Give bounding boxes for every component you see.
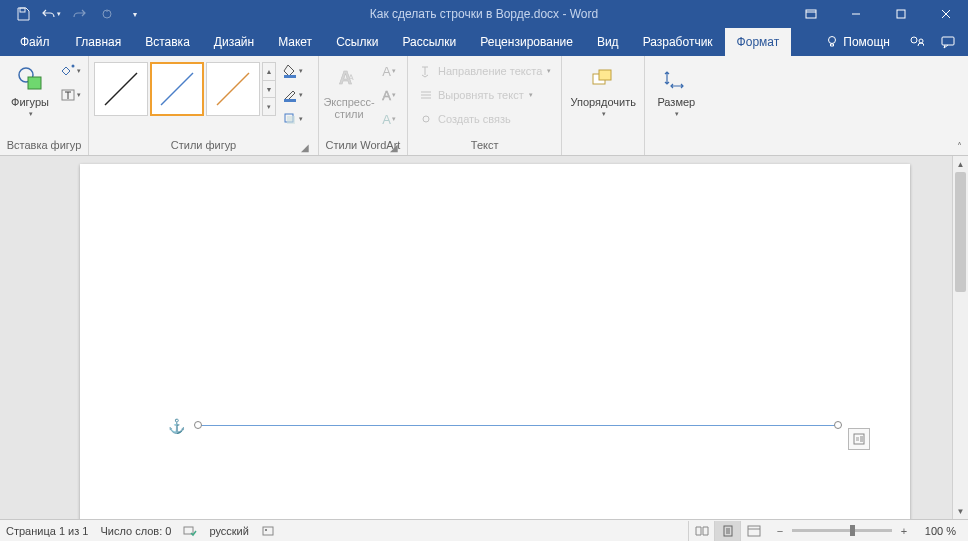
- shape-style-1[interactable]: [94, 62, 148, 116]
- svg-rect-2: [806, 10, 816, 18]
- align-text-icon: [418, 87, 434, 103]
- svg-rect-16: [284, 99, 296, 102]
- text-direction-icon: [418, 63, 434, 79]
- shape-style-3[interactable]: [206, 62, 260, 116]
- collapse-ribbon-button[interactable]: ˄: [957, 141, 962, 152]
- tab-mailings[interactable]: Рассылки: [390, 28, 468, 56]
- scroll-up[interactable]: ▲: [953, 156, 968, 172]
- share-button[interactable]: [902, 30, 930, 54]
- document-area[interactable]: ⚓: [0, 156, 952, 519]
- text-direction-label: Направление текста: [438, 65, 542, 77]
- workspace: ⚓ ▲ ▼: [0, 156, 968, 519]
- text-direction-button[interactable]: Направление текста▾: [414, 60, 555, 82]
- macro-status[interactable]: [261, 524, 275, 538]
- qat-customize[interactable]: ▾: [122, 2, 148, 26]
- zoom-level[interactable]: 100 %: [916, 525, 956, 537]
- layout-options-button[interactable]: [848, 428, 870, 450]
- zoom-thumb[interactable]: [850, 525, 855, 536]
- shape-effects-button[interactable]: ▾: [280, 108, 304, 130]
- vertical-scrollbar[interactable]: ▲ ▼: [952, 156, 968, 519]
- gallery-up[interactable]: ▲: [263, 63, 275, 81]
- start-over-button[interactable]: [94, 2, 120, 26]
- create-link-button[interactable]: Создать связь: [414, 108, 555, 130]
- svg-rect-15: [284, 75, 296, 78]
- scroll-down[interactable]: ▼: [953, 503, 968, 519]
- tab-review[interactable]: Рецензирование: [468, 28, 585, 56]
- shape-outline-button[interactable]: ▾: [280, 84, 304, 106]
- scroll-track[interactable]: [953, 172, 968, 503]
- ribbon-tabs: Файл Главная Вставка Дизайн Макет Ссылки…: [0, 28, 968, 56]
- tab-file[interactable]: Файл: [6, 28, 64, 56]
- zoom-slider[interactable]: [792, 529, 892, 532]
- tab-design[interactable]: Дизайн: [202, 28, 266, 56]
- undo-button[interactable]: ▾: [38, 2, 64, 26]
- zoom-out-button[interactable]: −: [772, 525, 788, 537]
- group-wordart-styles: Aᴀ Экспресс-стили A▾ A▾ A▾ Стили WordArt…: [319, 56, 408, 155]
- window-controls: [788, 0, 968, 28]
- tab-references[interactable]: Ссылки: [324, 28, 390, 56]
- ribbon: Фигуры ▾ ▾ ▾ Вставка фигур ▲ ▼ ▾: [0, 56, 968, 156]
- group-label-shape-styles: Стили фигур ◢: [93, 139, 314, 155]
- chevron-down-icon: ▾: [28, 110, 33, 118]
- gallery-down[interactable]: ▼: [263, 81, 275, 99]
- svg-rect-25: [263, 527, 273, 535]
- shapes-button[interactable]: Фигуры ▾: [4, 58, 56, 122]
- shape-style-2[interactable]: [150, 62, 204, 116]
- tab-insert[interactable]: Вставка: [133, 28, 202, 56]
- shape-fill-button[interactable]: ▾: [280, 60, 304, 82]
- align-text-label: Выровнять текст: [438, 89, 524, 101]
- text-effects-button[interactable]: A▾: [377, 108, 401, 130]
- shapes-icon: [14, 62, 46, 94]
- text-fill-button[interactable]: A▾: [377, 60, 401, 82]
- group-insert-shapes: Фигуры ▾ ▾ ▾ Вставка фигур: [0, 56, 89, 155]
- web-layout-button[interactable]: [740, 521, 766, 541]
- spell-check-status[interactable]: [183, 524, 197, 538]
- tab-home[interactable]: Главная: [64, 28, 134, 56]
- print-layout-button[interactable]: [714, 521, 740, 541]
- edit-shape-button[interactable]: ▾: [58, 60, 82, 82]
- save-button[interactable]: [10, 2, 36, 26]
- zoom-in-button[interactable]: +: [896, 525, 912, 537]
- word-count-status[interactable]: Число слов: 0: [100, 525, 171, 537]
- svg-line-12: [105, 73, 137, 105]
- text-outline-button[interactable]: A▾: [377, 84, 401, 106]
- page[interactable]: [80, 164, 910, 519]
- tab-developer[interactable]: Разработчик: [631, 28, 725, 56]
- line-handle-end[interactable]: [834, 421, 842, 429]
- arrange-button[interactable]: Упорядочить ▾: [566, 58, 640, 122]
- quick-styles-button[interactable]: Aᴀ Экспресс-стили: [323, 58, 375, 124]
- align-text-button[interactable]: Выровнять текст▾: [414, 84, 555, 106]
- language-status[interactable]: русский: [209, 525, 248, 537]
- svg-rect-3: [897, 10, 905, 18]
- redo-button[interactable]: [66, 2, 92, 26]
- zoom-control: − + 100 %: [766, 525, 962, 537]
- wordart-launcher[interactable]: ◢: [387, 140, 401, 154]
- tab-layout[interactable]: Макет: [266, 28, 324, 56]
- line-handle-start[interactable]: [194, 421, 202, 429]
- ribbon-display-button[interactable]: [788, 0, 833, 28]
- tell-me-search[interactable]: Помощн: [817, 35, 898, 49]
- shape-styles-launcher[interactable]: ◢: [298, 140, 312, 154]
- tab-view[interactable]: Вид: [585, 28, 631, 56]
- tab-format[interactable]: Формат: [725, 28, 792, 56]
- quick-styles-label: Экспресс-стили: [323, 96, 374, 120]
- svg-point-5: [911, 37, 917, 43]
- read-mode-button[interactable]: [688, 521, 714, 541]
- window-title: Как сделать строчки в Ворде.docx - Word: [370, 7, 598, 21]
- anchor-icon[interactable]: ⚓: [168, 418, 185, 434]
- size-button[interactable]: Размер ▾: [649, 58, 703, 122]
- draw-text-box-button[interactable]: ▾: [58, 84, 82, 106]
- comments-button[interactable]: [934, 30, 962, 54]
- chevron-down-icon: ▾: [674, 110, 679, 118]
- maximize-button[interactable]: [878, 0, 923, 28]
- svg-line-14: [217, 73, 249, 105]
- scroll-thumb[interactable]: [955, 172, 966, 292]
- close-button[interactable]: [923, 0, 968, 28]
- group-shape-styles: ▲ ▼ ▾ ▾ ▾ ▾ Стили фигур ◢: [89, 56, 319, 155]
- create-link-label: Создать связь: [438, 113, 511, 125]
- page-number-status[interactable]: Страница 1 из 1: [6, 525, 88, 537]
- gallery-more[interactable]: ▾: [263, 98, 275, 115]
- group-label-arrange: [566, 139, 640, 155]
- line-shape[interactable]: [198, 425, 838, 426]
- minimize-button[interactable]: [833, 0, 878, 28]
